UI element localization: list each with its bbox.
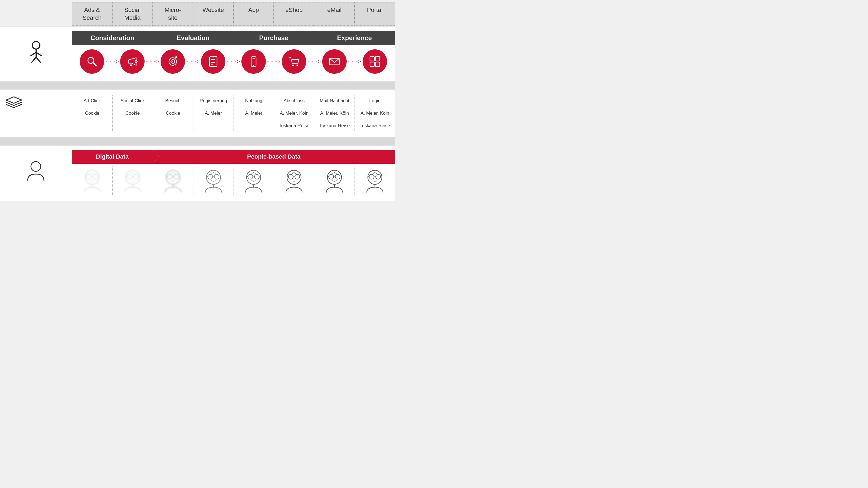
svg-line-7 <box>93 63 96 66</box>
svg-point-48 <box>174 174 179 179</box>
data-cell-verhalten-email: Mail-Nachricht <box>320 97 349 105</box>
phases-row: ConsiderationEvaluationPurchaseExperienc… <box>72 29 395 78</box>
svg-point-19 <box>253 65 254 66</box>
data-labels <box>0 95 72 131</box>
svg-rect-27 <box>375 62 380 66</box>
channel-header-eshop: eShop <box>274 2 314 26</box>
data-col-social-media: Social-ClickCookie- <box>112 95 153 131</box>
data-cell-transaktion-eshop: Toskana-Reise <box>279 122 309 130</box>
section-profil: Digital DataPeople-based Data <box>0 145 395 201</box>
svg-line-76 <box>294 172 297 174</box>
svg-line-92 <box>375 172 378 174</box>
data-cell-transaktion-website: - <box>213 122 214 130</box>
data-col-portal: LoginA. Meier, KölnToskana-Reise <box>354 95 395 131</box>
section-data: Ad-ClickCookie-Social-ClickCookie-Besuch… <box>0 89 395 137</box>
arrow-connector-3: - - -> <box>227 59 241 65</box>
channel-icon-circle-eshop <box>282 50 306 74</box>
svg-line-36 <box>92 172 95 174</box>
data-cell-identifikation-portal: A. Meier, Köln <box>361 109 389 117</box>
channel-header-social-media: Social Media <box>112 2 153 26</box>
phase-arrow-evaluation: Evaluation <box>153 31 234 45</box>
svg-rect-24 <box>370 57 374 61</box>
data-arrow-digital-data: Digital Data <box>72 150 153 164</box>
svg-point-55 <box>208 174 213 179</box>
svg-line-59 <box>210 172 214 174</box>
arrow-connector-1: - - -> <box>146 59 160 65</box>
svg-line-43 <box>129 172 133 174</box>
data-columns: Ad-ClickCookie-Social-ClickCookie-Besuch… <box>72 95 395 131</box>
channel-icon-circle-website <box>201 50 225 74</box>
svg-point-54 <box>207 170 220 184</box>
header-spacer <box>0 2 72 26</box>
data-cell-transaktion-app: - <box>253 122 255 130</box>
channel-icon-circle-social-media <box>120 50 145 74</box>
svg-point-0 <box>32 41 40 49</box>
svg-line-83 <box>331 172 335 174</box>
svg-point-38 <box>126 170 140 184</box>
data-col-eshop: AbschlussA. Meier, KölnToskana-Reise <box>274 95 314 131</box>
data-cell-transaktion-ads-search: - <box>91 122 93 130</box>
profile-icon-ads-search <box>72 166 112 195</box>
svg-point-78 <box>328 170 341 184</box>
arrow-connector-6: - - -> <box>348 59 362 65</box>
data-cell-verhalten-ads-search: Ad-Click <box>84 97 101 105</box>
arrow-connector-4: - - -> <box>267 59 281 65</box>
svg-line-5 <box>36 57 41 63</box>
profile-icon-social-media <box>112 166 153 195</box>
svg-line-75 <box>291 172 294 174</box>
channel-icon-circle-ads-search <box>80 50 104 74</box>
svg-point-21 <box>292 65 294 66</box>
svg-line-84 <box>335 172 338 174</box>
svg-point-46 <box>166 170 180 184</box>
profile-icon-app <box>234 166 274 195</box>
svg-point-72 <box>295 174 300 179</box>
svg-rect-25 <box>375 57 380 61</box>
profile-icon-portal <box>354 166 395 195</box>
svg-line-4 <box>31 57 36 63</box>
data-cell-identifikation-eshop: A. Meier, Köln <box>280 109 308 117</box>
svg-point-22 <box>297 65 298 66</box>
svg-rect-13 <box>209 57 217 66</box>
profile-icon-eshop <box>274 166 314 195</box>
svg-line-91 <box>372 172 375 174</box>
data-arrow-row: Digital DataPeople-based Data <box>72 150 395 164</box>
data-cell-identifikation-app: A. Meier <box>245 109 262 117</box>
data-cell-verhalten-eshop: Abschluss <box>284 97 305 105</box>
person-icon <box>27 41 45 64</box>
svg-point-30 <box>85 170 99 184</box>
data-cell-verhalten-app: Nutzung <box>245 97 262 105</box>
data-cell-identifikation-social-media: Cookie <box>125 109 140 117</box>
svg-point-88 <box>376 174 380 179</box>
icons-row: - - ->- - ->- - ->- - ->- - ->- - ->- - … <box>72 46 395 78</box>
data-col-microsite: BesuchCookie- <box>153 95 193 131</box>
gray-band-2 <box>0 137 395 145</box>
gray-band-1 <box>0 82 395 89</box>
channel-header-microsite: Micro- site <box>153 2 193 26</box>
arrow-connector-5: - - -> <box>308 59 321 65</box>
svg-point-63 <box>248 174 253 179</box>
svg-line-3 <box>36 52 41 56</box>
arrow-connector-2: - - -> <box>186 59 200 65</box>
profile-icon-microsite <box>153 166 193 195</box>
data-col-website: RegistrierungA. Meier- <box>193 95 234 131</box>
section-customer-journey: ConsiderationEvaluationPurchaseExperienc… <box>0 26 395 82</box>
phase-arrow-consideration: Consideration <box>72 31 153 45</box>
svg-point-79 <box>329 174 334 179</box>
data-cell-transaktion-portal: Toskana-Reise <box>360 122 390 130</box>
channel-icon-circle-portal <box>363 50 387 74</box>
phase-arrow-purchase: Purchase <box>233 31 314 45</box>
main-container: Ads & SearchSocial MediaMicro- siteWebsi… <box>0 0 395 201</box>
svg-point-62 <box>247 170 261 184</box>
svg-point-11 <box>172 61 173 62</box>
data-cell-transaktion-microsite: - <box>172 122 174 130</box>
svg-point-47 <box>167 174 172 179</box>
svg-point-56 <box>214 174 219 179</box>
data-cell-transaktion-email: Toskana-Reise <box>319 122 350 130</box>
phase-arrows-row: ConsiderationEvaluationPurchaseExperienc… <box>72 29 395 46</box>
data-cell-verhalten-microsite: Besuch <box>165 97 181 105</box>
channel-headers: Ads & SearchSocial MediaMicro- siteWebsi… <box>72 2 395 26</box>
profil-label-area <box>0 161 72 184</box>
channel-header-app: App <box>234 2 274 26</box>
svg-point-86 <box>368 170 382 184</box>
channel-header-website: Website <box>193 2 234 26</box>
